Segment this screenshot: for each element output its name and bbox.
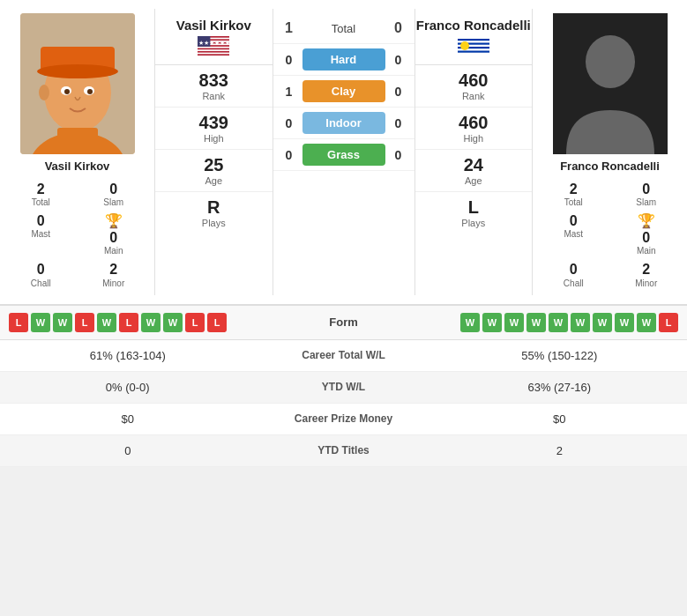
total-score-right: 0 [390, 20, 407, 36]
left-slam-cell: 0 Slam [78, 178, 151, 210]
right-total-value: 2 [539, 181, 609, 197]
top-section: Vasil Kirkov 2 Total 0 Slam 0 Mast 🏆 0 [0, 0, 687, 305]
form-badge-left: W [97, 313, 116, 332]
court-section: 1 Total 0 0 Hard 0 1 Clay 0 0 Indoor 0 [273, 9, 414, 295]
ytd-wl-row: 0% (0-0) YTD W/L 63% (27-16) [0, 372, 687, 404]
left-minor-value: 2 [79, 261, 149, 278]
right-plays-block: L Plays [415, 192, 533, 234]
clay-row: 1 Clay 0 [273, 76, 414, 108]
career-wl-label: Career Total W/L [256, 349, 432, 361]
stats-table: 61% (163-104) Career Total W/L 55% (150-… [0, 340, 687, 467]
form-badge-left: L [75, 313, 94, 332]
right-header-name-area: Franco Roncadelli ☀ [416, 13, 531, 64]
form-badge-left: W [141, 313, 161, 332]
left-titles: 0 [0, 444, 256, 457]
left-trophy-cell: 🏆 0 Main [78, 210, 151, 258]
left-rank-block: 833 Rank [155, 65, 273, 108]
right-prize: $0 [432, 412, 688, 426]
right-ytd-wl: 63% (27-16) [432, 381, 688, 394]
left-ytd-wl: 0% (0-0) [0, 381, 256, 394]
right-minor-cell: 2 Minor [610, 258, 683, 290]
right-main-label: Main [637, 246, 656, 256]
right-age-label: Age [415, 175, 533, 186]
grass-button[interactable]: Grass [302, 144, 385, 166]
svg-point-10 [87, 89, 93, 94]
left-prize: $0 [0, 412, 256, 426]
clay-score-left: 1 [280, 85, 298, 99]
form-badge-left: L [185, 313, 205, 332]
total-row: 1 Total 0 [273, 13, 414, 44]
svg-point-9 [64, 89, 70, 94]
form-badge-left: W [53, 313, 72, 332]
right-mast-label: Mast [539, 229, 609, 239]
left-age-block: 25 Age [155, 150, 273, 192]
hard-score-left: 0 [280, 53, 298, 67]
form-badge-right: L [659, 313, 678, 332]
svg-point-11 [39, 85, 49, 100]
right-chall-label: Chall [539, 278, 609, 288]
form-badge-left: W [31, 313, 50, 332]
form-badge-right: W [615, 313, 634, 332]
indoor-score-left: 0 [280, 116, 298, 130]
left-high-label: High [155, 133, 273, 144]
right-minor-label: Minor [612, 278, 682, 288]
form-badge-right: W [504, 313, 524, 332]
right-rank-number: 460 [415, 71, 533, 91]
career-wl-row: 61% (163-104) Career Total W/L 55% (150-… [0, 340, 687, 372]
total-score-left: 1 [280, 20, 298, 36]
left-high-block: 439 High [155, 108, 273, 150]
left-mast-value: 0 [6, 212, 76, 229]
svg-text:★★★★★★: ★★★★★★ [198, 40, 229, 46]
left-age-label: Age [155, 175, 273, 186]
right-age-number: 24 [415, 155, 533, 175]
left-high-number: 439 [155, 113, 273, 133]
left-main-label: Main [104, 246, 123, 256]
right-form-badges: WWWWWWWWWL [414, 313, 679, 332]
right-high-block: 460 High [415, 108, 533, 150]
trophy-icon-right: 🏆 [638, 212, 655, 229]
form-badge-right: W [571, 313, 590, 332]
svg-rect-26 [458, 51, 489, 53]
right-high-number: 460 [415, 113, 533, 133]
grass-row: 0 Grass 0 [273, 139, 414, 171]
right-slam-value: 0 [612, 181, 682, 197]
grass-score-left: 0 [280, 148, 298, 162]
titles-row: 0 YTD Titles 2 [0, 435, 687, 467]
form-badge-left: L [207, 313, 227, 332]
svg-point-6 [37, 64, 118, 78]
left-minor-label: Minor [79, 278, 149, 288]
left-header-name-area: Vasil Kirkov ★★★★★★ [176, 13, 251, 64]
left-player-photo [20, 13, 135, 154]
right-trophy-cell: 🏆 0 Main [610, 210, 683, 258]
form-badge-right: W [593, 313, 612, 332]
right-flag: ☀ [458, 36, 489, 56]
right-mast-value: 0 [539, 212, 609, 229]
trophy-icon-left: 🏆 [105, 212, 123, 229]
hard-button[interactable]: Hard [302, 48, 385, 71]
grass-score-right: 0 [390, 148, 407, 162]
left-slam-label: Slam [79, 197, 149, 207]
hard-score-right: 0 [390, 53, 407, 67]
svg-rect-23 [458, 39, 489, 41]
right-high-label: High [415, 133, 533, 144]
form-badge-right: W [637, 313, 656, 332]
right-player-photo [553, 13, 668, 154]
form-badge-right: W [460, 313, 480, 332]
form-label: Form [273, 315, 414, 329]
svg-point-30 [586, 35, 635, 88]
form-badge-left: L [9, 313, 28, 332]
right-total-label: Total [539, 197, 609, 207]
left-plays-block: R Plays [155, 192, 273, 234]
clay-button[interactable]: Clay [302, 80, 385, 102]
right-slam-label: Slam [612, 197, 682, 207]
left-career-wl: 61% (163-104) [0, 349, 256, 362]
hard-row: 0 Hard 0 [273, 44, 414, 76]
prize-label: Career Prize Money [256, 412, 432, 425]
left-header-name: Vasil Kirkov [176, 18, 251, 33]
left-flag: ★★★★★★ [198, 36, 229, 56]
right-player-panel: Franco Roncadelli 2 Total 0 Slam 0 Mast … [533, 9, 687, 295]
form-badge-right: W [549, 313, 568, 332]
indoor-button[interactable]: Indoor [302, 112, 385, 134]
right-age-block: 24 Age [415, 150, 533, 192]
left-mast-cell: 0 Mast [4, 210, 78, 258]
